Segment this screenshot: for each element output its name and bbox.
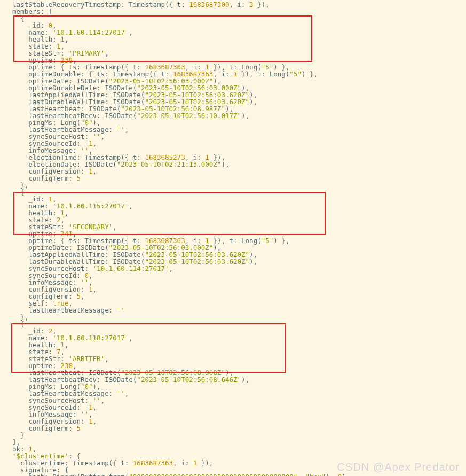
code-token: "2023-05-10T02:56:08.646Z" [137, 376, 241, 384]
code-token: ), [249, 98, 257, 106]
code-token: , [129, 334, 133, 342]
code-token: , [113, 223, 117, 231]
code-token: 1 [89, 167, 93, 175]
code-token: 1683687363 [133, 459, 173, 467]
code-token: , [93, 167, 97, 175]
code-token: , [101, 132, 105, 141]
code-line: { [4, 321, 466, 327]
code-token: , [105, 49, 109, 57]
code-line: members: [ [4, 8, 466, 15]
code-token: "2023-05-10T02:56:10.017Z" [137, 112, 241, 120]
code-token: }), t: Long( [238, 70, 290, 78]
code-token: }), [254, 1, 270, 9]
code-token: , [93, 139, 97, 147]
code-token: ), [221, 160, 229, 168]
code-token: , [129, 28, 133, 36]
code-token: "2023-05-10T02:21:13.000Z" [117, 160, 222, 168]
code-line: health: 1, [4, 36, 466, 43]
code-token: hash: Binary(Buffer.from( [4, 473, 129, 476]
code-block: lastStableRecoveryTimestamp: Timestamp({… [4, 1, 466, 476]
code-token: , [129, 202, 133, 210]
code-token: 1683687300 [189, 1, 229, 9]
code-line: health: 1, [4, 341, 466, 348]
code-token: 5 [76, 424, 81, 432]
code-token: , [125, 389, 129, 397]
code-line: }, [4, 314, 466, 321]
code-line: { [4, 15, 466, 22]
code-token: 1 [89, 285, 93, 293]
code-token: ), [342, 473, 350, 476]
code-token: "5" [289, 70, 302, 78]
code-line: health: 1, [4, 209, 466, 216]
code-token: , [169, 264, 173, 272]
code-line: lastStableRecoveryTimestamp: Timestamp({… [4, 1, 466, 8]
code-token: , [93, 417, 97, 425]
code-token: ), [241, 376, 249, 384]
code-token: , [105, 355, 109, 363]
code-line: name: '10.1.60.114:27017', [4, 29, 466, 36]
code-token: , [65, 341, 69, 349]
code-token: 3 [249, 1, 254, 9]
code-token: ), [241, 112, 249, 120]
code-token: '10.1.60.114:27017' [93, 264, 169, 272]
code-line: hash: Binary(Buffer.from("00000000000000… [4, 473, 466, 476]
code-line: ], [4, 439, 466, 446]
code-line: configTerm: 5 [4, 425, 466, 432]
code-token: "000000000000000000000000000000000000000… [129, 473, 297, 476]
code-token: , [65, 209, 69, 217]
code-token: , [93, 285, 97, 293]
code-token: , i: [173, 459, 193, 467]
code-token: ) }, [302, 70, 318, 78]
code-token: , [297, 473, 305, 476]
code-token: 5 [76, 174, 81, 182]
code-line: } [4, 432, 466, 439]
watermark: CSDN @Apex Predator [337, 462, 460, 473]
code-token: "hex" [305, 473, 326, 476]
code-token: , [93, 403, 97, 411]
code-token: '' [117, 126, 125, 134]
code-line: name: '10.1.60.115:27017', [4, 202, 466, 209]
code-line: name: '10.1.60.118:27017', [4, 334, 466, 341]
code-token: , i: [229, 1, 249, 9]
code-token: ), [326, 473, 338, 476]
code-line: lastHeartbeatMessage: '' [4, 307, 466, 314]
code-token: ) }, [273, 237, 289, 245]
code-token: 1 [233, 70, 238, 78]
code-line: configTerm: 5, [4, 293, 466, 300]
code-token: , [125, 126, 129, 134]
code-token: 1 [89, 417, 93, 425]
code-token: "5" [262, 237, 274, 245]
code-token: '' [117, 389, 125, 397]
code-token: , [81, 292, 85, 300]
code-token: ), [249, 257, 257, 266]
code-token: 5 [76, 292, 81, 300]
code-line: configTerm: 5 [4, 175, 466, 182]
code-line: }, [4, 182, 466, 189]
code-token: '' [117, 306, 125, 314]
code-token: , [65, 35, 69, 43]
code-token: }), [197, 459, 213, 467]
code-token: , [101, 396, 105, 404]
code-line: { [4, 189, 466, 196]
